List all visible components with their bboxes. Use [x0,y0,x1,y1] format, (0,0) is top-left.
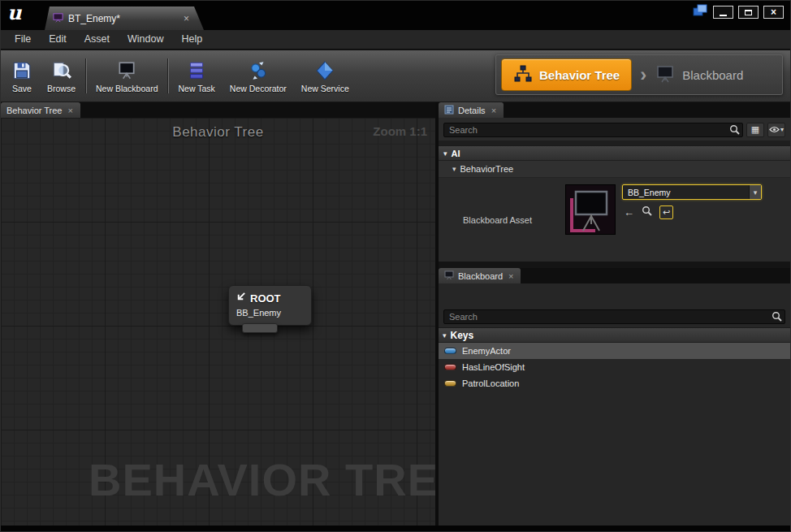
category-ai-label: AI [452,149,460,158]
blackboard-tab-label: Blackboard [458,271,503,281]
blackboard-mode-icon [655,64,676,86]
save-button-label: Save [12,84,32,93]
mode-chevron-icon: › [640,63,646,86]
minimize-button[interactable] [713,6,733,19]
behavior-tree-mode-button[interactable]: Behavior Tree [501,58,632,91]
horizontal-splitter[interactable] [439,262,790,268]
expand-arrow-icon: ▾ [443,149,447,158]
browse-button[interactable]: Browse [40,52,83,100]
blackboard-mode-label: Blackboard [682,68,743,82]
menu-asset[interactable]: Asset [76,30,119,49]
behavior-tree-asset-icon [53,11,63,26]
keys-header-label: Keys [451,330,474,341]
blackboard-tab-close-icon[interactable]: × [507,271,515,281]
key-name: HasLineOfSight [462,362,525,372]
new-task-button[interactable]: New Task [171,52,222,100]
browse-button-label: Browse [47,84,76,93]
details-tab-icon [444,105,454,116]
vector-key-type-icon [444,380,456,387]
menu-window[interactable]: Window [119,30,172,49]
use-selected-button[interactable]: ← [624,207,634,218]
root-node-icon [236,291,246,305]
zoom-level: Zoom 1:1 [373,124,427,138]
details-panel: Details × ▦ [439,102,790,262]
blackboard-asset-label: Blackboard Asset [463,215,532,225]
new-decorator-button[interactable]: New Decorator [223,52,294,100]
root-node[interactable]: ROOT BB_Enemy [228,285,312,326]
blackboard-asset-dropdown[interactable]: BB_Enemy ▾ [622,184,762,200]
new-service-icon [314,59,335,82]
blackboard-panel: Blackboard × ▾ [439,268,790,526]
graph-watermark: BEHAVIOR TREE [89,453,435,506]
key-row-haslineofsight[interactable]: HasLineOfSight [439,359,790,375]
new-service-button-label: New Service [301,84,349,93]
behavior-tree-mode-label: Behavior Tree [539,68,620,82]
subcategory-behaviortree[interactable]: ▾ BehaviorTree [439,161,790,178]
tab-blackboard[interactable]: Blackboard × [439,268,521,283]
graph-canvas[interactable]: Behavior Tree Zoom 1:1 ROOT BB_Enemy BEH… [1,118,435,526]
menu-help[interactable]: Help [172,30,211,49]
new-blackboard-icon [116,59,137,82]
blackboard-mode-button[interactable]: Blackboard [655,64,743,86]
blackboard-asset-property-row: Blackboard Asset BB_Enemy ▾ [439,178,790,262]
browse-icon [51,59,72,82]
statusbar [1,526,790,531]
view-options-button[interactable]: ▾ [767,123,785,137]
new-decorator-button-label: New Decorator [230,84,287,93]
search-icon [729,123,740,138]
graph-tab-label: Behavior Tree [6,106,62,115]
maximize-icon [745,10,752,15]
new-service-button[interactable]: New Service [294,52,357,100]
key-row-enemyactor[interactable]: EnemyActor [439,343,790,359]
graph-title: Behavior Tree [1,124,435,141]
category-ai[interactable]: ▾ AI [439,145,790,161]
details-tab-label: Details [458,106,486,115]
toolbar-separator [85,58,86,93]
blackboard-search-row [439,305,790,327]
key-name: PatrolLocation [462,378,519,388]
toolbar-separator [167,58,168,93]
root-node-title: ROOT [250,292,281,305]
save-button[interactable]: Save [4,52,40,100]
tab-details[interactable]: Details × [439,102,504,118]
root-node-output-pin[interactable] [242,323,278,333]
blackboard-search-input[interactable] [443,309,785,324]
details-search-row: ▦ ▾ [439,118,790,141]
dropdown-arrow-icon: ▾ [749,185,761,199]
blackboard-asset-thumbnail[interactable] [565,184,616,235]
graph-tabbar: Behavior Tree × [1,102,435,118]
layers-icon[interactable] [692,4,708,20]
menu-file[interactable]: File [6,30,40,49]
new-task-icon [186,59,207,82]
minimize-icon [720,15,727,16]
save-icon [11,59,32,82]
grid-icon: ▦ [751,124,759,135]
root-node-blackboard: BB_Enemy [229,308,311,325]
eye-icon [769,125,780,135]
key-name: EnemyActor [462,346,511,356]
expand-arrow-icon: ▾ [443,331,447,340]
property-matrix-button[interactable]: ▦ [746,123,764,137]
key-row-patrollocation[interactable]: PatrolLocation [439,375,790,391]
bool-key-type-icon [444,364,456,370]
expand-arrow-icon: ▾ [452,165,456,173]
close-button[interactable]: × [763,6,784,19]
close-icon: × [771,7,776,17]
document-tab-bt-enemy[interactable]: BT_Enemy* × [45,6,204,30]
reset-to-default-button[interactable]: ↩ [659,205,673,219]
blackboard-tabbar: Blackboard × [439,268,790,283]
keys-section-header[interactable]: ▾ Keys [439,327,790,343]
details-tab-close-icon[interactable]: × [490,106,498,115]
document-tab-close-icon[interactable]: × [182,13,191,24]
maximize-button[interactable] [738,6,759,19]
menu-edit[interactable]: Edit [40,30,76,49]
tab-behavior-tree-graph[interactable]: Behavior Tree × [1,102,80,118]
new-blackboard-button[interactable]: New Blackboard [89,52,165,100]
document-tab-label: BT_Enemy* [68,13,177,24]
subcategory-label: BehaviorTree [460,164,514,174]
details-search-input[interactable] [443,123,743,137]
details-tabbar: Details × [439,102,790,118]
browse-to-asset-button[interactable] [642,205,652,219]
chevron-down-icon: ▾ [780,126,784,133]
graph-tab-close-icon[interactable]: × [66,106,74,115]
